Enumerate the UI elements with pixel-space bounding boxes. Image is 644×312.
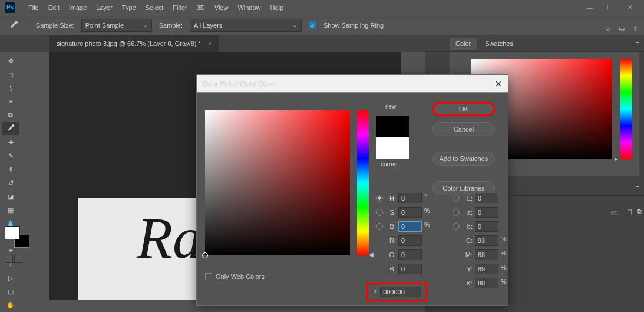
a-input[interactable] (475, 207, 498, 218)
a-radio[interactable] (453, 209, 460, 216)
foreground-color-swatch[interactable] (5, 226, 20, 239)
b-lab-radio[interactable] (453, 223, 460, 230)
document-title: signature photo 3.jpg @ 66.7% (Layer 0, … (57, 40, 201, 47)
color-field[interactable] (205, 110, 350, 255)
m-label: M: (462, 251, 473, 258)
l-radio[interactable] (453, 195, 460, 202)
c-input[interactable] (475, 235, 498, 246)
window-maximize-icon[interactable]: ☐ (600, 2, 619, 13)
brush-tool-icon[interactable]: ✎ (2, 149, 19, 162)
ok-button[interactable]: OK (432, 102, 495, 116)
panel-tab-color[interactable]: Color (450, 38, 477, 50)
cancel-button[interactable]: Cancel (432, 122, 495, 136)
close-document-icon[interactable]: × (206, 40, 212, 47)
panel-tab-swatches[interactable]: Swatches (479, 38, 519, 50)
panel-menu-icon[interactable]: ≡ (636, 40, 644, 47)
hex-field-group: # (366, 283, 428, 301)
h-radio[interactable] (376, 195, 383, 202)
l-input[interactable] (475, 193, 498, 203)
g-label: G: (385, 251, 396, 258)
menu-bar: Ps File Edit Image Layer Type Select Fil… (0, 0, 644, 15)
path-select-tool-icon[interactable]: ▷ (2, 271, 19, 284)
marquee-tool-icon[interactable]: ◻ (2, 68, 19, 81)
panel-menu-icon[interactable]: ≡ (636, 184, 644, 191)
hue-slider[interactable]: ◀ (357, 110, 369, 255)
sample-size-dropdown[interactable]: Point Sample (81, 19, 152, 32)
link-icon[interactable]: ⧉ (637, 208, 642, 215)
window-close-icon[interactable]: ✕ (620, 2, 639, 13)
screen-mode-icon[interactable] (14, 255, 22, 263)
color-field-cursor (202, 252, 208, 258)
dialog-titlebar[interactable]: Color Picker (Solid Color) ✕ (197, 75, 508, 93)
show-sampling-ring-label: Show Sampling Ring (323, 22, 384, 29)
g-input[interactable] (398, 249, 422, 260)
l-label: L: (462, 195, 473, 202)
menu-image[interactable]: Image (64, 4, 92, 11)
menu-file[interactable]: File (24, 4, 44, 11)
current-color-swatch[interactable] (376, 137, 409, 159)
eraser-tool-icon[interactable]: ◪ (2, 190, 19, 203)
move-tool-icon[interactable]: ✥ (2, 54, 19, 67)
color-picker-dialog: Color Picker (Solid Color) ✕ ◀ new curre… (196, 74, 508, 306)
menu-layer[interactable]: Layer (91, 4, 117, 11)
show-sampling-ring-checkbox[interactable]: ✓ (309, 21, 316, 29)
lasso-tool-icon[interactable]: ⟆ (2, 81, 19, 94)
menu-3d[interactable]: 3D (192, 4, 210, 11)
new-label: new (385, 103, 396, 110)
document-tab[interactable]: signature photo 3.jpg @ 66.7% (Layer 0, … (49, 35, 219, 52)
truncated-label: ed (611, 209, 618, 216)
s-label: S: (385, 209, 396, 216)
b-hsb-label: B: (385, 223, 396, 230)
hex-input[interactable] (380, 287, 421, 297)
b-rgb-input[interactable] (398, 264, 422, 274)
add-to-swatches-button[interactable]: Add to Swatches (432, 152, 495, 166)
menu-view[interactable]: View (210, 4, 233, 11)
heal-tool-icon[interactable]: ✚ (2, 136, 19, 149)
shape-tool-icon[interactable]: ▢ (2, 285, 19, 298)
web-colors-checkbox[interactable] (205, 273, 212, 280)
s-radio[interactable] (376, 209, 383, 216)
k-input[interactable] (475, 278, 498, 288)
window-minimize-icon[interactable]: — (580, 2, 599, 13)
options-bar: | Sample Size: Point Sample Sample: All … (0, 15, 644, 35)
workspace-icon[interactable]: ▭ (619, 25, 625, 32)
b-hsb-input[interactable] (398, 221, 422, 232)
h-label: H: (385, 195, 396, 202)
h-input[interactable] (398, 193, 422, 203)
web-colors-label: Only Web Colors (216, 273, 265, 280)
menu-filter[interactable]: Filter (168, 4, 191, 11)
s-input[interactable] (398, 207, 422, 218)
stamp-tool-icon[interactable]: ⚱ (2, 163, 19, 176)
b-lab-input[interactable] (475, 221, 498, 232)
b-hsb-radio[interactable] (376, 223, 383, 230)
menu-type[interactable]: Type (117, 4, 141, 11)
a-label: a: (462, 209, 473, 216)
current-label: current (381, 161, 399, 168)
menu-window[interactable]: Window (233, 4, 265, 11)
quick-mask-icon[interactable] (5, 255, 13, 263)
menu-help[interactable]: Help (266, 4, 289, 11)
history-brush-tool-icon[interactable]: ↺ (2, 176, 19, 189)
y-label: Y: (462, 265, 473, 272)
foreground-background-swatch[interactable] (5, 226, 31, 250)
y-input[interactable] (475, 264, 498, 274)
r-input[interactable] (398, 235, 422, 246)
hand-tool-icon[interactable]: ✋ (2, 298, 19, 311)
menu-select[interactable]: Select (141, 4, 169, 11)
hash-label: # (373, 288, 377, 295)
hue-strip[interactable] (620, 59, 632, 159)
menu-edit[interactable]: Edit (44, 4, 64, 11)
dialog-close-icon[interactable]: ✕ (495, 79, 502, 88)
eyedropper-tool-icon (7, 19, 20, 32)
tools-panel: ✥ ◻ ⟆ ✶ ⧉ ✚ ✎ ⚱ ↺ ◪ ▦ 💧 ⊙ ✒ T ▷ ▢ ✋ ⌕ ⋯ (0, 52, 38, 312)
magic-wand-tool-icon[interactable]: ✶ (2, 95, 19, 108)
new-adjustment-icon[interactable]: ◻ (627, 208, 632, 215)
eyedropper-tool-icon[interactable] (2, 122, 19, 135)
share-icon[interactable]: ⇪ (633, 25, 638, 32)
search-icon[interactable]: ⌕ (606, 25, 610, 32)
crop-tool-icon[interactable]: ⧉ (2, 109, 19, 121)
gradient-tool-icon[interactable]: ▦ (2, 203, 19, 216)
sample-dropdown[interactable]: All Layers (190, 19, 302, 32)
m-input[interactable] (475, 249, 498, 260)
sample-label: Sample: (159, 22, 183, 29)
